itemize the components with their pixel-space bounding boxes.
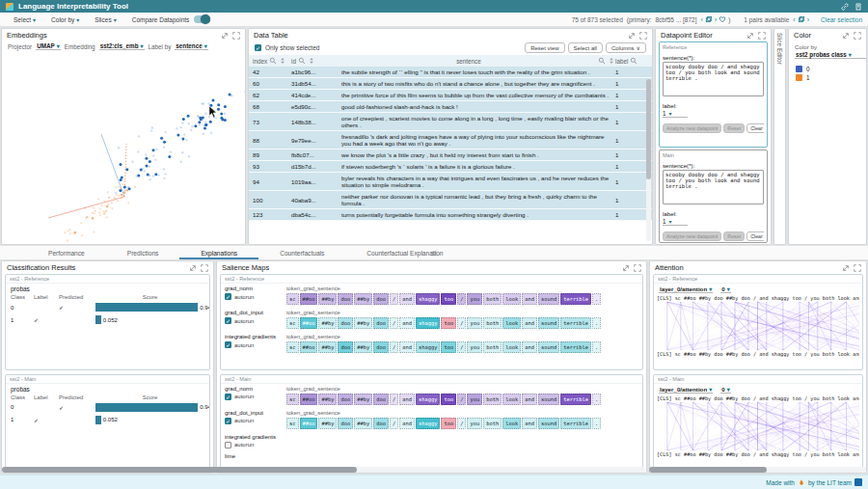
collapse-icon[interactable]: [622, 264, 630, 272]
sentence-textarea[interactable]: scooby dooby doo / and shaggy too / you …: [663, 62, 764, 96]
salience-token[interactable]: ##by: [318, 418, 337, 429]
salience-token[interactable]: ##by: [318, 394, 337, 405]
table-row[interactable]: 941019aa...byler reveals his characters …: [249, 173, 652, 191]
favorite-icon[interactable]: [719, 15, 726, 23]
tab-counterfactual-explanation[interactable]: Counterfactual Explanation: [345, 247, 464, 259]
salience-token[interactable]: both: [483, 317, 502, 329]
salience-token[interactable]: shaggy: [416, 394, 440, 405]
label-select[interactable]: 1 ▾: [663, 110, 688, 118]
salience-token[interactable]: /: [390, 317, 398, 329]
salience-token[interactable]: look: [502, 317, 521, 329]
table-row[interactable]: 89fb8c07...we know the plot 's a little …: [249, 149, 652, 161]
columns-button[interactable]: Columns ∨: [606, 42, 646, 53]
autorun-checkbox[interactable]: ✓: [225, 317, 231, 324]
clear-button[interactable]: Clear: [746, 123, 764, 133]
drag-handle-icon[interactable]: [430, 250, 438, 258]
select-menu[interactable]: Select ▾: [6, 16, 43, 23]
expand-icon[interactable]: [758, 32, 766, 40]
expand-icon[interactable]: [854, 264, 861, 272]
salience-token[interactable]: shaggy: [416, 293, 440, 305]
next-datapoint-button[interactable]: ›: [715, 16, 717, 23]
sentence-textarea[interactable]: scooby dooby doo / and shaggy too / you …: [663, 170, 764, 204]
salience-token[interactable]: doo: [373, 293, 389, 305]
salience-token[interactable]: look: [502, 394, 521, 405]
table-row[interactable]: 93d15b7d...if steven soderbergh 's ` sol…: [249, 161, 652, 173]
salience-token[interactable]: too: [441, 293, 456, 305]
autorun-checkbox[interactable]: ✓: [225, 418, 231, 424]
only-show-selected-checkbox[interactable]: ✓: [255, 44, 261, 51]
projector-select[interactable]: UMAP ▾: [36, 42, 61, 50]
salience-token[interactable]: shaggy: [416, 341, 440, 353]
salience-token[interactable]: sc: [286, 293, 299, 305]
collapse-icon[interactable]: [628, 32, 636, 40]
expand-icon[interactable]: [854, 32, 861, 40]
link-icon[interactable]: [841, 3, 849, 11]
salience-token[interactable]: sound: [538, 317, 559, 329]
salience-token[interactable]: you: [467, 394, 482, 405]
salience-token[interactable]: terrible: [560, 293, 591, 305]
search-icon[interactable]: [630, 57, 637, 65]
salience-token[interactable]: you: [467, 418, 482, 429]
tab-explanations[interactable]: Explanations: [179, 247, 258, 259]
sort-icon[interactable]: [608, 57, 615, 65]
copy-pair-icon[interactable]: [798, 15, 805, 23]
salience-token[interactable]: both: [483, 293, 502, 305]
table-row[interactable]: 42a1bc96...the subtle strength of `` ell…: [249, 67, 652, 78]
horizontal-scrollbar[interactable]: [2, 467, 645, 473]
embedding-select[interactable]: sst2:cls_emb ▾: [99, 42, 145, 50]
horizontal-scrollbar[interactable]: [649, 467, 866, 473]
salience-token[interactable]: doo: [338, 418, 353, 429]
salience-token[interactable]: ##oo: [300, 341, 318, 353]
salience-token[interactable]: doo: [373, 418, 389, 429]
salience-token[interactable]: .: [592, 341, 601, 353]
salience-token[interactable]: and: [522, 394, 537, 405]
collapse-icon[interactable]: [842, 32, 850, 40]
lit-team-icon[interactable]: [854, 478, 862, 486]
table-row[interactable]: 889e79ee...fresnadillo 's dark and jolti…: [249, 131, 652, 149]
salience-token[interactable]: .: [592, 317, 601, 329]
attention-head-select[interactable]: 0 ▾: [720, 386, 730, 394]
analyze-new-datapoint-button[interactable]: Analyze new datapoint: [663, 231, 721, 241]
search-icon[interactable]: [269, 57, 277, 65]
prev-datapoint-button[interactable]: ‹: [700, 16, 702, 23]
reset-button[interactable]: Reset: [723, 231, 745, 241]
salience-token[interactable]: /: [457, 341, 466, 353]
reset-view-button[interactable]: Reset view: [525, 42, 564, 53]
salience-token[interactable]: /: [390, 293, 398, 305]
salience-token[interactable]: .: [592, 293, 601, 305]
expand-icon[interactable]: [639, 32, 647, 40]
collapse-icon[interactable]: [221, 32, 229, 40]
column-header-index[interactable]: index: [253, 57, 291, 65]
salience-token[interactable]: doo: [338, 341, 353, 353]
salience-token[interactable]: doo: [338, 394, 353, 405]
collapse-icon[interactable]: [189, 264, 197, 272]
collapse-icon[interactable]: [746, 32, 754, 40]
analyze-new-datapoint-button[interactable]: Analyze new datapoint: [663, 123, 721, 133]
salience-token[interactable]: too: [441, 394, 456, 405]
label-select[interactable]: 1 ▾: [663, 218, 688, 226]
search-icon[interactable]: [598, 57, 606, 65]
tab-counterfactuals[interactable]: Counterfactuals: [258, 247, 345, 259]
salience-token[interactable]: too: [441, 418, 456, 429]
salience-token[interactable]: /: [457, 418, 466, 429]
salience-token[interactable]: ##by: [354, 394, 372, 405]
tab-performance[interactable]: Performance: [27, 247, 106, 259]
expand-icon[interactable]: [634, 264, 641, 272]
salience-token[interactable]: and: [399, 293, 415, 305]
collapse-icon[interactable]: [842, 264, 850, 272]
salience-token[interactable]: doo: [338, 293, 353, 305]
salience-token[interactable]: and: [522, 341, 537, 353]
salience-token[interactable]: look: [502, 293, 521, 305]
salience-token[interactable]: sc: [286, 341, 299, 353]
salience-token[interactable]: /: [457, 293, 466, 305]
salience-token[interactable]: you: [467, 341, 482, 353]
salience-token[interactable]: /: [457, 394, 466, 405]
next-pair-button[interactable]: ›: [807, 16, 809, 23]
salience-token[interactable]: .: [592, 394, 601, 405]
salience-token[interactable]: sc: [286, 394, 299, 405]
salience-token[interactable]: doo: [373, 317, 389, 329]
salience-token[interactable]: sound: [538, 293, 559, 305]
salience-token[interactable]: and: [399, 394, 415, 405]
salience-token[interactable]: look: [502, 341, 521, 353]
search-icon[interactable]: [298, 57, 306, 65]
